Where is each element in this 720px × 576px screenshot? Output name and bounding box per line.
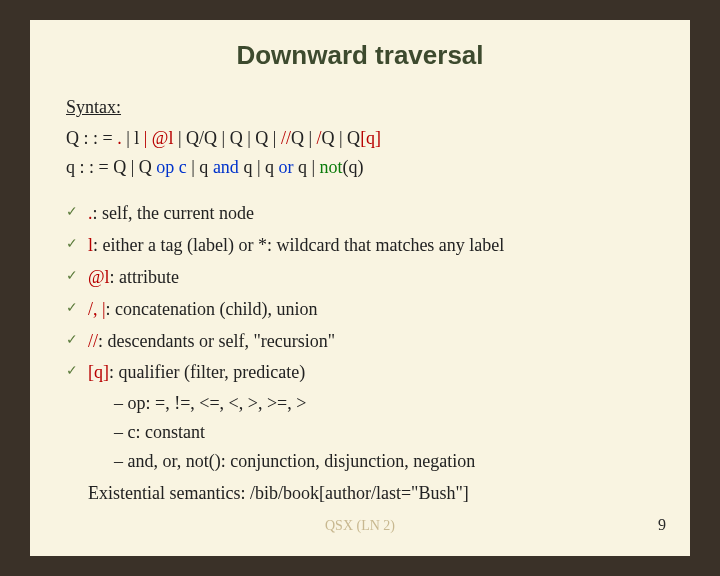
bullet-item: ✓ [q]: qualifier (filter, predicate) op:… — [66, 358, 658, 475]
bullet-list: ✓ .: self, the current node ✓ l: either … — [66, 199, 658, 475]
g2-sp2: | q — [187, 157, 213, 177]
bullet-prefix: // — [88, 331, 98, 351]
bullet-item: ✓ /, |: concatenation (child), union — [66, 295, 658, 324]
g2-not: not — [320, 157, 343, 177]
g2-op: op — [156, 157, 174, 177]
slide: Downward traversal Syntax: Q : : = . | l… — [30, 20, 690, 556]
grammar-line-1: Q : : = . | l | @l | Q/Q | Q | Q | //Q |… — [66, 124, 658, 153]
g1-atl: | @l — [144, 128, 174, 148]
bullet-prefix: @l — [88, 267, 110, 287]
g2-c: c — [179, 157, 187, 177]
sub-item: and, or, not(): conjunction, disjunction… — [114, 447, 658, 476]
slide-content: Syntax: Q : : = . | l | @l | Q/Q | Q | Q… — [30, 93, 690, 507]
syntax-header: Syntax: — [66, 93, 658, 122]
footer-faded: QSX (LN 2) — [325, 518, 395, 534]
check-icon: ✓ — [66, 265, 78, 287]
bullet-text: : qualifier (filter, predicate) — [109, 362, 305, 382]
bullet-item: ✓ @l: attribute — [66, 263, 658, 292]
bullet-prefix: [q] — [88, 362, 109, 382]
existential-line: Existential semantics: /bib/book[author/… — [66, 479, 658, 508]
sub-item: c: constant — [114, 418, 658, 447]
bullet-item: ✓ //: descendants or self, "recursion" — [66, 327, 658, 356]
page-number: 9 — [658, 516, 666, 534]
grammar-block: Q : : = . | l | @l | Q/Q | Q | Q | //Q |… — [66, 124, 658, 182]
bullet-text: : concatenation (child), union — [106, 299, 318, 319]
g1-lhs: Q : : = — [66, 128, 117, 148]
bullet-item: ✓ .: self, the current node — [66, 199, 658, 228]
g2-lhs: q : : = Q | Q — [66, 157, 156, 177]
g1-brq: [q] — [360, 128, 381, 148]
bullet-item: ✓ l: either a tag (label) or *: wildcard… — [66, 231, 658, 260]
sub-item: op: =, !=, <=, <, >, >=, > — [114, 389, 658, 418]
g1-p2: | Q/Q | Q | Q | — [173, 128, 280, 148]
g1-p1: | l — [122, 128, 144, 148]
sub-list: op: =, !=, <=, <, >, >=, > c: constant a… — [88, 389, 658, 475]
grammar-line-2: q : : = Q | Q op c | q and q | q or q | … — [66, 153, 658, 182]
g2-tail: (q) — [343, 157, 364, 177]
g2-and: and — [213, 157, 239, 177]
bullet-text: : either a tag (label) or *: wildcard th… — [93, 235, 504, 255]
g2-or: or — [278, 157, 293, 177]
bullet-text: : self, the current node — [93, 203, 254, 223]
bullet-prefix: /, | — [88, 299, 106, 319]
check-icon: ✓ — [66, 233, 78, 255]
check-icon: ✓ — [66, 329, 78, 351]
slide-title: Downward traversal — [30, 40, 690, 71]
check-icon: ✓ — [66, 201, 78, 223]
g1-ss: // — [281, 128, 291, 148]
g2-sp4: q | — [293, 157, 319, 177]
g1-q1: Q | — [291, 128, 317, 148]
g2-sp3: q | q — [239, 157, 279, 177]
check-icon: ✓ — [66, 297, 78, 319]
g1-q2: Q | Q — [322, 128, 361, 148]
bullet-text: : attribute — [110, 267, 179, 287]
check-icon: ✓ — [66, 360, 78, 382]
bullet-text: : descendants or self, "recursion" — [98, 331, 335, 351]
